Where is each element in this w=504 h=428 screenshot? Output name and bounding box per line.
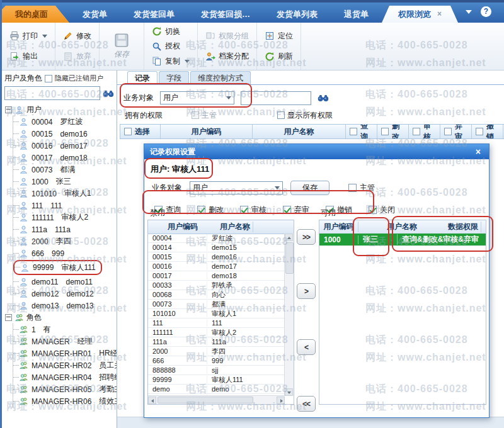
table-row[interactable]: 00015 demo16 [148,252,285,262]
sidebar-search-input[interactable] [4,86,100,100]
tree-root-roles[interactable]: 角色 [5,312,117,324]
tree-user-item[interactable]: 99999 审核人111 [13,260,102,275]
locate-button[interactable]: 定位 [261,28,296,43]
top-tab[interactable]: 退货单 [331,6,382,23]
tree-user-item[interactable]: 00017 demo18 [13,152,88,164]
scrollbar-thumb[interactable] [285,242,294,274]
table-row-selected[interactable]: 1000 张三 查询&删改&审核&弃审 [319,234,486,246]
print-button[interactable]: 打印 [6,28,50,43]
tree-role-item[interactable]: MANAGER 经理 [13,335,93,347]
scroll-right-icon[interactable] [277,397,285,404]
perm-group-button[interactable]: 权限分组 [202,28,252,43]
dialog-permission-checkbox[interactable]: 删改 [197,205,224,215]
table-row[interactable]: 2000 李四 [148,347,285,356]
record-tab[interactable]: 字段 [159,71,189,84]
table-row[interactable]: 101010 审核人1 [148,309,285,318]
tree-user-item[interactable]: 666 999 [13,247,64,259]
tree-role-item[interactable]: MANAGER-HR01 HR经理 [13,347,117,359]
help-icon[interactable]: ? [481,6,491,17]
top-tab[interactable]: 发货单列表 [263,6,331,23]
tree-user-item[interactable]: 00015 demo16 [13,128,88,140]
tree-user-item[interactable]: 00016 demo17 [13,140,88,152]
main-find-button[interactable] [318,94,329,102]
tab-overflow-caret-icon[interactable] [466,10,472,14]
tree-role-item[interactable]: MANAGER-HR02 员工关 [13,359,117,371]
tree-user-item[interactable]: 111111 审核人2 [13,211,88,223]
tree-role-item[interactable]: MANAGER-HR04 招聘经 [13,371,117,383]
record-tab[interactable]: 记录 [127,71,158,84]
top-tab[interactable]: 发货单 [69,6,120,23]
table-row[interactable]: 111111 审核人2 [148,328,285,337]
move-all-right-button[interactable]: >> [297,229,316,245]
top-tab[interactable]: 发货签回损… [188,6,263,23]
output-button[interactable]: 输出 [6,49,50,64]
tree-role-item[interactable]: MANAGER-HR05 考勤主 [13,383,117,395]
table-row[interactable]: 00068 向心 [148,290,285,300]
discard-button[interactable]: 放弃 [60,49,94,64]
save-button[interactable]: 保存 [104,27,139,66]
table-row[interactable]: 00004 罗红波 [148,234,285,243]
table-row[interactable]: 888888 sjj [148,366,285,375]
permission-col-checkbox[interactable] [350,128,357,135]
tree-user-item[interactable]: 111 111 [13,200,62,211]
copy-button[interactable]: 复制 [149,54,193,68]
tree-user-item[interactable]: demo13 demo13 [13,300,94,312]
vertical-scrollbar[interactable] [284,234,294,396]
tree-user-item[interactable]: 00073 都满 [13,164,75,176]
scroll-down-icon[interactable] [285,388,293,396]
permission-col-checkbox[interactable] [381,128,389,135]
show-all-permissions-checkbox[interactable] [277,111,285,119]
dialog-save-button[interactable]: 保存 [290,181,329,195]
collapse-icon[interactable] [5,106,12,113]
main-find-input[interactable] [241,91,311,105]
move-right-button[interactable]: > [297,283,316,299]
table-row[interactable]: demo demo [148,385,285,394]
tree-user-item[interactable]: 00004 罗红波 [13,116,83,128]
tree-user-item[interactable]: 1000 张三 [13,176,71,188]
dialog-permission-checkbox[interactable]: 审核 [240,205,266,215]
refresh-button[interactable]: 刷新 [261,49,296,64]
tree-user-item[interactable]: 101010 审核人1 [13,188,91,200]
permission-col-checkbox[interactable] [476,128,483,135]
scrollbar-thumb[interactable] [158,397,253,403]
tree-user-item[interactable]: demo12 demo12 [13,288,94,300]
permission-col-checkbox[interactable] [444,128,452,135]
authorize-button[interactable]: 授权 [149,40,193,54]
dialog-permission-checkbox[interactable]: 关闭 [369,205,395,215]
dialog-close-icon[interactable]: × [473,147,483,157]
switch-button[interactable]: 切换 [149,25,193,38]
permission-col-checkbox[interactable] [413,128,420,135]
table-row[interactable]: 00073 都满 [148,300,285,309]
table-row[interactable]: 00016 demo17 [148,262,285,271]
tab-permission-browse[interactable]: 权限浏览 × [382,6,458,23]
tree-user-item[interactable]: 111a 111a [13,223,71,235]
dialog-permission-checkbox[interactable]: 弃审 [283,205,309,215]
table-row[interactable]: 00014 demo15 [148,243,285,252]
business-object-select[interactable]: 用户 [160,91,234,104]
scroll-up-icon[interactable] [285,234,293,241]
record-tab[interactable]: 维度控制方式 [190,71,251,84]
table-row[interactable]: 111a 111a [148,337,285,347]
select-all-checkbox[interactable] [124,128,132,135]
dialog-business-object-select[interactable]: 用户 [190,181,283,194]
tree-user-item[interactable]: 2000 李四 [13,235,71,247]
table-row[interactable]: 00033 郭铁承 [148,281,285,290]
dialog-supervisor-checkbox[interactable] [348,184,357,192]
archive-assign-button[interactable]: 档案分配 [202,49,252,64]
top-tab[interactable]: 发货签回单 [120,6,188,23]
modify-button[interactable]: 修改 [60,28,94,43]
top-tab[interactable]: 我的桌面 [0,6,69,23]
table-row[interactable]: 111 111 [148,318,285,328]
horizontal-scrollbar[interactable] [148,395,285,404]
supervisor-checkbox[interactable] [192,111,199,119]
tree-root-users[interactable]: 用户 [5,104,117,116]
hide-logged-off-checkbox[interactable] [45,75,52,82]
tree-user-item[interactable]: demo11 demo11 [13,276,93,288]
close-tab-icon[interactable]: × [437,6,442,23]
tree-role-item[interactable]: 1 有 [13,324,51,335]
move-all-left-button[interactable]: << [297,396,316,412]
table-row[interactable]: 00017 demo18 [148,271,285,281]
move-left-button[interactable]: < [297,339,316,355]
table-row[interactable]: 666 999 [148,356,285,366]
tree-role-item[interactable]: MANAGER-HR06 绩效主 [13,395,117,407]
